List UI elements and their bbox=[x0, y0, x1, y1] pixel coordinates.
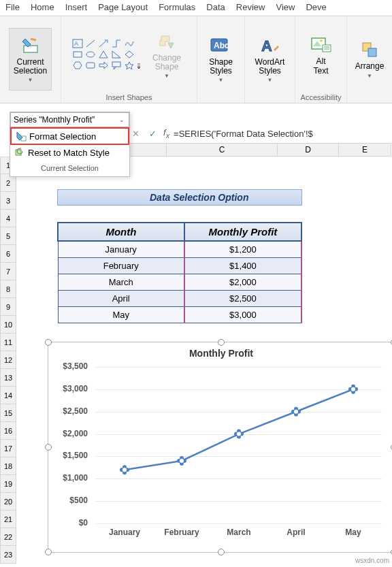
current-selection-label: Current Selection bbox=[14, 58, 47, 76]
format-icon bbox=[20, 35, 42, 56]
svg-point-6 bbox=[86, 52, 95, 57]
svg-rect-8 bbox=[112, 62, 120, 67]
rt-triangle-icon[interactable] bbox=[111, 50, 122, 59]
tab-data[interactable]: Data bbox=[201, 0, 230, 16]
line-icon[interactable] bbox=[85, 39, 96, 48]
change-shape-button: Change Shape ▼ bbox=[148, 24, 186, 86]
block-arrow-icon[interactable] bbox=[98, 61, 109, 70]
gallery-expand-icon[interactable] bbox=[137, 61, 141, 70]
roundrect-icon[interactable] bbox=[85, 61, 96, 70]
wordart-styles-label: WordArt Styles bbox=[255, 58, 285, 76]
current-selection-button[interactable]: Current Selection ▼ bbox=[9, 28, 52, 91]
chevron-down-icon: ▼ bbox=[28, 77, 33, 83]
shape-styles-button[interactable]: Abc Shape Styles ▼ bbox=[204, 28, 238, 91]
arrow-icon[interactable] bbox=[98, 39, 109, 48]
chevron-down-icon: ▼ bbox=[218, 77, 224, 83]
tab-formulas[interactable]: Formulas bbox=[153, 0, 201, 16]
hexagon-icon[interactable] bbox=[72, 61, 83, 70]
svg-point-13 bbox=[320, 39, 323, 42]
shape-gallery[interactable]: A bbox=[72, 39, 144, 71]
text-box-icon[interactable]: A bbox=[72, 39, 83, 48]
svg-rect-18 bbox=[368, 48, 376, 56]
tab-developer[interactable]: Deve bbox=[300, 0, 331, 16]
svg-line-3 bbox=[86, 40, 95, 47]
chevron-down-icon: ▼ bbox=[367, 73, 372, 79]
group-accessibility-label: Accessibility bbox=[298, 92, 344, 103]
svg-rect-5 bbox=[74, 52, 82, 57]
svg-rect-0 bbox=[24, 46, 37, 52]
svg-text:A: A bbox=[74, 40, 78, 47]
arrange-label: Arrange bbox=[355, 62, 385, 71]
svg-rect-14 bbox=[323, 45, 331, 52]
tab-review[interactable]: Review bbox=[231, 0, 271, 16]
tab-file[interactable]: File bbox=[0, 0, 25, 16]
arrange-button[interactable]: Arrange ▼ bbox=[350, 28, 389, 91]
tab-insert[interactable]: Insert bbox=[60, 0, 93, 16]
chevron-down-icon: ▼ bbox=[164, 73, 169, 79]
wordart-icon: A bbox=[259, 35, 280, 56]
change-shape-label: Change Shape bbox=[152, 54, 181, 71]
triangle-icon[interactable] bbox=[98, 50, 109, 59]
alt-text-button[interactable]: Alt Text bbox=[306, 24, 337, 86]
change-shape-icon bbox=[156, 31, 178, 52]
freeform-icon[interactable] bbox=[124, 39, 135, 48]
ribbon-tabs: File Home Insert Page Layout Formulas Da… bbox=[0, 0, 392, 16]
group-insert-shapes-label: Insert Shapes bbox=[64, 92, 194, 103]
tab-view[interactable]: View bbox=[270, 0, 300, 16]
svg-text:Abc: Abc bbox=[214, 41, 229, 50]
alt-text-label: Alt Text bbox=[313, 57, 328, 75]
svg-line-4 bbox=[99, 41, 106, 47]
elbow-icon[interactable] bbox=[111, 39, 122, 48]
alt-text-icon bbox=[310, 34, 332, 56]
oval-icon[interactable] bbox=[85, 50, 96, 59]
diamond-icon[interactable] bbox=[124, 50, 135, 59]
callout-icon[interactable] bbox=[111, 61, 122, 70]
rect-icon[interactable] bbox=[72, 50, 83, 59]
shape-styles-icon: Abc bbox=[210, 35, 231, 56]
shape-styles-label: Shape Styles bbox=[209, 58, 233, 76]
ribbon: Current Selection ▼ A bbox=[0, 16, 392, 103]
star-icon[interactable] bbox=[124, 61, 135, 70]
svg-text:A: A bbox=[261, 37, 272, 54]
tab-home[interactable]: Home bbox=[25, 0, 60, 16]
chevron-down-icon: ▼ bbox=[267, 77, 273, 83]
tab-page-layout[interactable]: Page Layout bbox=[93, 0, 153, 16]
svg-rect-7 bbox=[86, 63, 95, 68]
wordart-styles-button[interactable]: A WordArt Styles ▼ bbox=[250, 28, 290, 91]
arrange-icon bbox=[359, 39, 380, 61]
